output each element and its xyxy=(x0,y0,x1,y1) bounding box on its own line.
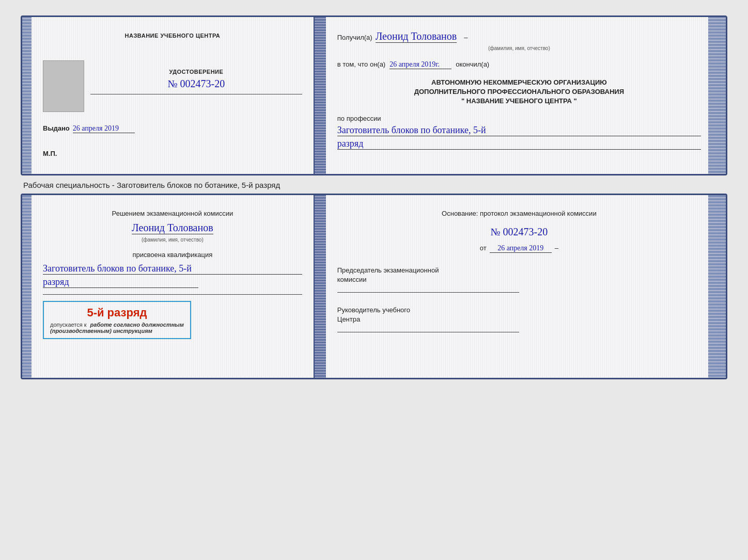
photo-placeholder xyxy=(43,60,84,112)
page-wrapper: НАЗВАНИЕ УЧЕБНОГО ЦЕНТРА УДОСТОВЕРЕНИЕ №… xyxy=(10,10,738,385)
head-label-wrap: Руководитель учебного xyxy=(337,305,701,314)
spine-right-bottom xyxy=(716,195,726,378)
profession-label-wrap: по профессии xyxy=(337,114,701,123)
org-line2: ДОПОЛНИТЕЛЬНОГО ПРОФЕССИОНАЛЬНОГО ОБРАЗО… xyxy=(337,87,701,96)
spine-left-decoration xyxy=(22,17,32,174)
cert-label: УДОСТОВЕРЕНИЕ xyxy=(90,67,302,76)
stamp-box: 5-й разряд допускается к работе согласно… xyxy=(43,301,191,339)
basis-label-wrap: Основание: протокол экзаменационной коми… xyxy=(337,209,701,218)
date-prefix: от xyxy=(480,244,487,252)
finished-label: окончил(а) xyxy=(456,60,489,68)
qualification-line1: Заготовитель блоков по ботанике, 5-й xyxy=(43,263,302,275)
protocol-number: № 002473-20 xyxy=(491,226,548,237)
head-signature-line xyxy=(337,332,519,332)
mp-label: М.П. xyxy=(43,150,57,157)
stamp-allowed-wrap: допускается к работе согласно должностны… xyxy=(50,322,184,328)
basis-label: Основание: протокол экзаменационной коми… xyxy=(442,210,597,217)
cert-number: № 002473-20 xyxy=(90,78,302,90)
decision-text-wrap: Решением экзаменационной комиссии xyxy=(43,209,302,218)
qualification-line2: разряд xyxy=(43,277,198,288)
top-card-left: НАЗВАНИЕ УЧЕБНОГО ЦЕНТРА УДОСТОВЕРЕНИЕ №… xyxy=(32,17,315,174)
bottom-card-left: Решением экзаменационной комиссии Леонид… xyxy=(32,195,315,378)
chairman-label: Председатель экзаменационной xyxy=(337,266,439,274)
assigned-label-wrap: присвоена квалификация xyxy=(43,250,302,259)
cert-divider xyxy=(90,94,302,94)
top-certificate-card: НАЗВАНИЕ УЧЕБНОГО ЦЕНТРА УДОСТОВЕРЕНИЕ №… xyxy=(21,15,727,175)
school-name-top: НАЗВАНИЕ УЧЕБНОГО ЦЕНТРА xyxy=(43,30,302,40)
protocol-number-wrap: № 002473-20 xyxy=(337,226,701,238)
middle-specialty-label: Рабочая специальность - Заготовитель бло… xyxy=(23,181,727,189)
chairman-signature-line xyxy=(337,292,519,293)
rank-text-top: разряд xyxy=(337,138,701,150)
bottom-left-separator xyxy=(43,294,302,295)
stamp-allowed-text: работе согласно должностным xyxy=(90,322,184,328)
bottom-person-name-wrap: Леонид Толованов xyxy=(43,222,302,234)
fio-label-top: (фамилия, имя, отчество) xyxy=(488,45,550,51)
decision-text: Решением экзаменационной комиссии xyxy=(112,210,233,217)
issued-label: Выдано xyxy=(43,124,70,132)
right-edge-lines-bottom xyxy=(708,195,716,378)
stamp-allowed-text2: (производственным) инструкциям xyxy=(50,328,184,334)
bottom-card-right: Основание: протокол экзаменационной коми… xyxy=(326,195,716,378)
org-name: " НАЗВАНИЕ УЧЕБНОГО ЦЕНТРА " xyxy=(337,96,701,105)
bottom-person-name: Леонид Толованов xyxy=(132,222,213,234)
stamp-rank-text: 5-й разряд xyxy=(50,306,184,319)
right-edge-lines xyxy=(708,17,716,174)
profession-name: Заготовитель блоков по ботанике, 5-й xyxy=(337,125,701,136)
qualification-line2-wrap: разряд xyxy=(43,277,302,288)
top-card-right: Получил(а) Леонид Толованов – (фамилия, … xyxy=(326,17,716,174)
chairman-wrap: Председатель экзаменационной xyxy=(337,265,701,275)
protocol-date-wrap: от 26 апреля 2019 – xyxy=(337,244,701,253)
issued-date: 26 апреля 2019 xyxy=(73,124,135,133)
spine-left-bottom xyxy=(22,195,32,378)
profession-name-wrap: Заготовитель блоков по ботанике, 5-й xyxy=(337,125,701,136)
chairman-wrap2: комиссии xyxy=(337,275,701,284)
stamp-allowed-prefix: допускается к xyxy=(50,322,87,328)
bottom-certificate-card: Решением экзаменационной комиссии Леонид… xyxy=(21,194,727,379)
bottom-fio-label: (фамилия, имя, отчество) xyxy=(43,234,302,244)
protocol-date: 26 апреля 2019 xyxy=(490,244,552,253)
center-spine xyxy=(315,17,326,174)
spine-right-top xyxy=(716,17,726,174)
head-label: Руководитель учебного xyxy=(337,306,410,314)
center-spine-bottom xyxy=(315,195,326,378)
head-label-wrap2: Центра xyxy=(337,314,701,324)
head-label2: Центра xyxy=(337,315,360,323)
recipient-name: Леонид Толованов xyxy=(376,30,457,43)
profession-label: по профессии xyxy=(337,115,381,122)
org-line1: АВТОНОМНУЮ НЕКОММЕРЧЕСКУЮ ОРГАНИЗАЦИЮ xyxy=(337,77,701,87)
chairman-label2: комиссии xyxy=(337,276,367,283)
rank-wrap: разряд xyxy=(337,138,701,150)
confirm-text: в том, что он(а) xyxy=(337,60,385,68)
assigned-label: присвоена квалификация xyxy=(133,251,213,259)
qualification-line1-wrap: Заготовитель блоков по ботанике, 5-й xyxy=(43,263,302,275)
received-prefix: Получил(а) xyxy=(337,34,372,41)
cert-date-handwritten: 26 апреля 2019г. xyxy=(389,60,451,69)
